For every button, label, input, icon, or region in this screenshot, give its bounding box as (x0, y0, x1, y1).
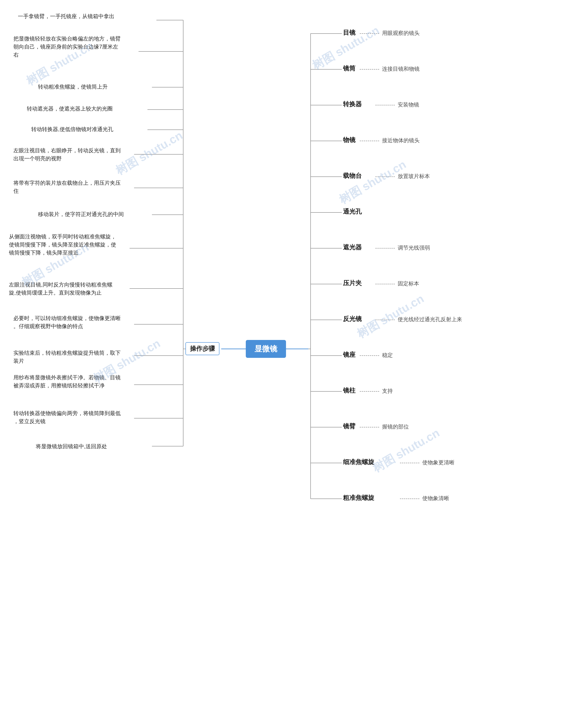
component-label-8: 压片夹 (343, 279, 362, 287)
step-12: 实验结束后，转动粗准焦螺旋提升镜筒，取下装片 (13, 349, 121, 365)
step-2: 把显微镜轻轻放在实验台略偏左的地方，镜臂朝向自己，镜座距身前的实验台边缘7厘米左… (13, 35, 121, 59)
component-desc-14: 使物象清晰 (422, 495, 449, 502)
center-node: 显微镜 (246, 340, 286, 358)
step-6: 左眼注视目镜，右眼睁开，转动反光镜，直到出现一个明亮的视野 (13, 146, 121, 163)
component-desc-2: 连接目镜和物镜 (382, 65, 420, 72)
step-11: 必要时，可以转动细准焦螺旋，使物像更清晰。仔细观察视野中物像的特点 (13, 314, 121, 330)
component-desc-13: 使物象更清晰 (422, 459, 454, 466)
step-5: 转动转换器,使低倍物镜对准通光孔 (31, 125, 113, 133)
component-label-10: 镜座 (343, 351, 355, 359)
component-desc-12: 握镜的部位 (382, 423, 409, 430)
step-10: 左眼注视目镜,同时反方向慢慢转动粗准焦螺旋,使镜筒缓缓上升。直到发现物像为止 (9, 281, 113, 297)
component-label-7: 遮光器 (343, 243, 362, 252)
component-label-14: 粗准焦螺旋 (343, 494, 374, 502)
component-label-5: 载物台 (343, 172, 362, 180)
step-3: 转动粗准焦螺旋，使镜筒上升 (38, 83, 108, 91)
step-1: 一手拿镜臂，一手托镜座，从镜箱中拿出 (18, 12, 115, 20)
watermark-6: 树图 shutu.cn (336, 157, 409, 208)
component-label-1: 目镜 (343, 28, 355, 37)
component-desc-4: 接近物体的镜头 (382, 137, 420, 144)
component-label-2: 镜筒 (343, 64, 355, 73)
step-13: 用纱布将显微镜外表擦拭干净。若物镜、目镜被弄湿或弄脏，用擦镜纸轻轻擦拭干净 (13, 373, 121, 389)
mindmap-container: 树图 shutu.cn 树图 shutu.cn 树图 shutu.cn 树图 s… (0, 0, 572, 728)
watermark-8: 树图 shutu.cn (370, 425, 442, 476)
component-label-9: 反光镜 (343, 315, 362, 323)
step-9: 从侧面注视物镜，双手同时转动粗准焦螺旋，使镜筒慢慢下降，镜头降至接近准焦螺旋，使… (9, 233, 116, 257)
component-desc-1: 用眼观察的镜头 (382, 29, 420, 37)
watermark-2: 树图 shutu.cn (113, 128, 186, 179)
step-8: 移动装片，使字符正对通光孔的中间 (38, 210, 124, 218)
component-label-4: 物镜 (343, 136, 355, 144)
component-desc-11: 支持 (382, 387, 393, 395)
component-desc-9: 使光线经过通光孔反射上来 (398, 316, 462, 323)
parent-node-steps: 操作步骤 (186, 342, 219, 355)
center-label: 显微镜 (255, 344, 277, 354)
component-desc-10: 稳定 (382, 352, 393, 359)
component-label-13: 细准焦螺旋 (343, 458, 374, 466)
parent-steps-label: 操作步骤 (190, 345, 215, 352)
component-label-3: 转换器 (343, 100, 362, 109)
component-desc-8: 固定标本 (398, 280, 419, 287)
step-7: 将带有字符的装片放在载物台上，用压片夹压住 (13, 179, 121, 195)
component-label-6: 通光孔 (343, 207, 362, 216)
component-desc-7: 调节光线强弱 (398, 244, 430, 251)
component-desc-3: 安装物镜 (398, 101, 419, 108)
component-label-12: 镜臂 (343, 422, 355, 431)
component-label-11: 镜柱 (343, 386, 355, 395)
step-14: 转动转换器使物镜偏向两旁，将镜筒降到最低，竖立反光镜 (13, 409, 121, 425)
component-desc-5: 放置玻片标本 (398, 173, 430, 180)
step-4: 转动遮光器，使遮光器上较大的光圈 (27, 105, 113, 113)
step-15: 将显微镜放回镜箱中,送回原处 (36, 442, 107, 450)
